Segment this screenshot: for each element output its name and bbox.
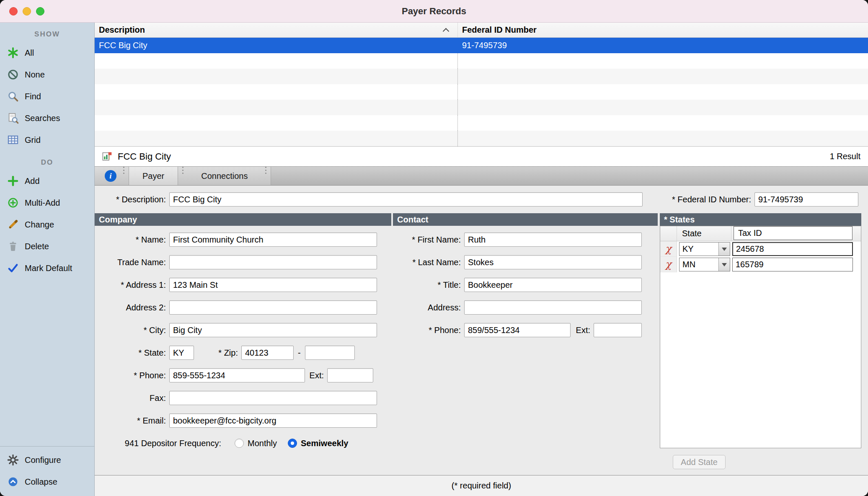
- close-window-button[interactable]: [9, 7, 18, 16]
- states-table-header: State Tax ID: [660, 226, 861, 241]
- sidebar-item-multi-add[interactable]: Multi-Add: [0, 192, 94, 214]
- company-ext-input[interactable]: [327, 368, 373, 382]
- sidebar-item-change[interactable]: Change: [0, 214, 94, 235]
- table-row-selected[interactable]: FCC Big City 91-7495739: [95, 38, 868, 53]
- info-icon[interactable]: i: [105, 170, 116, 182]
- gear-icon: [7, 454, 19, 466]
- sidebar: SHOW All None Find: [0, 23, 95, 496]
- tab-connections[interactable]: Connections: [188, 167, 261, 185]
- description-input[interactable]: [169, 192, 643, 207]
- company-phone-input[interactable]: [169, 368, 305, 382]
- sidebar-item-none[interactable]: None: [0, 64, 94, 85]
- table-row-empty[interactable]: [95, 100, 868, 115]
- sidebar-footer: Configure Collapse: [0, 446, 94, 496]
- sidebar-item-find[interactable]: Find: [0, 85, 94, 107]
- sidebar-item-label: Delete: [25, 242, 49, 251]
- column-header-description[interactable]: Description: [95, 23, 457, 37]
- email-input[interactable]: [169, 413, 377, 428]
- sidebar-item-collapse[interactable]: Collapse: [0, 471, 94, 493]
- table-row-empty[interactable]: [95, 53, 868, 69]
- result-count: 1 Result: [830, 152, 860, 161]
- record-tab-bar: i Payer Connections: [95, 166, 868, 186]
- first-name-label: * First Name:: [393, 235, 461, 245]
- state-row: χ KY: [660, 241, 861, 257]
- state-select[interactable]: MN: [679, 258, 730, 271]
- sidebar-item-all[interactable]: All: [0, 42, 94, 64]
- company-section-header: Company: [95, 213, 391, 226]
- contact-section-header: Contact: [393, 213, 658, 226]
- tab-label: Payer: [142, 171, 164, 181]
- zoom-window-button[interactable]: [36, 7, 44, 16]
- state-input[interactable]: [169, 346, 194, 360]
- zip-plus4-input[interactable]: [305, 346, 355, 360]
- zip-label: * Zip:: [194, 348, 238, 358]
- states-taxid-column-header: Tax ID: [734, 226, 852, 240]
- sidebar-item-label: Grid: [25, 135, 41, 145]
- federal-id-input[interactable]: [754, 192, 858, 207]
- state-select[interactable]: KY: [679, 242, 730, 256]
- window-controls: [9, 0, 44, 22]
- table-row-empty[interactable]: [95, 115, 868, 131]
- delete-state-button[interactable]: χ: [660, 241, 677, 257]
- add-state-button[interactable]: Add State: [673, 455, 726, 469]
- monthly-radio[interactable]: [235, 439, 244, 448]
- zip-dash: -: [298, 348, 301, 358]
- tab-group: i Payer Connections: [95, 167, 271, 185]
- company-name-input[interactable]: [169, 232, 377, 247]
- minimize-window-button[interactable]: [23, 7, 31, 16]
- zip-input[interactable]: [241, 346, 294, 360]
- sidebar-item-delete[interactable]: Delete: [0, 235, 94, 257]
- chevron-down-icon[interactable]: [718, 243, 730, 256]
- tax-id-input[interactable]: [732, 258, 853, 271]
- circle-plus-icon: [7, 196, 19, 209]
- sidebar-item-add[interactable]: Add: [0, 170, 94, 192]
- states-gutter-column: [852, 226, 861, 241]
- table-row-empty[interactable]: [95, 84, 868, 100]
- last-name-input[interactable]: [464, 255, 642, 269]
- city-input[interactable]: [169, 323, 377, 337]
- states-state-column-header: State: [677, 226, 731, 241]
- address2-input[interactable]: [169, 300, 377, 315]
- depositor-frequency-label: 941 Depositor Frequency:: [95, 439, 221, 448]
- drag-handle-icon: [123, 167, 124, 185]
- cell-federal-id: 91-7495739: [457, 38, 868, 53]
- trade-name-input[interactable]: [169, 255, 377, 269]
- column-header-label: Federal ID Number: [462, 25, 537, 35]
- table-row-empty[interactable]: [95, 131, 868, 146]
- contact-ext-input[interactable]: [594, 323, 642, 337]
- sidebar-item-grid[interactable]: Grid: [0, 129, 94, 151]
- chevron-down-icon[interactable]: [718, 258, 730, 271]
- address1-input[interactable]: [169, 278, 377, 292]
- semiweekly-radio[interactable]: [288, 439, 297, 448]
- sort-ascending-icon: [443, 28, 450, 35]
- sidebar-item-label: Mark Default: [25, 264, 72, 273]
- fax-label: Fax:: [95, 393, 166, 403]
- tab-payer[interactable]: Payer: [129, 167, 178, 185]
- payer-form: * Description: * Federal ID Number: Comp…: [95, 186, 868, 496]
- contact-address-input[interactable]: [464, 300, 642, 315]
- sidebar-item-label: Find: [25, 92, 41, 101]
- tax-id-input[interactable]: [732, 242, 853, 256]
- content-area: Description Federal ID Number FCC Big Ci…: [95, 23, 868, 496]
- required-field-note: (* required field): [452, 481, 511, 491]
- first-name-input[interactable]: [464, 232, 642, 247]
- states-section: State Tax ID χ: [660, 226, 861, 475]
- column-header-federal-id[interactable]: Federal ID Number: [457, 23, 868, 37]
- sidebar-item-searches[interactable]: Searches: [0, 107, 94, 129]
- federal-id-label: * Federal ID Number:: [672, 195, 751, 204]
- contact-phone-label: * Phone:: [393, 326, 461, 335]
- semiweekly-radio-label: Semiweekly: [301, 439, 348, 448]
- fax-input[interactable]: [169, 391, 377, 405]
- sidebar-item-configure[interactable]: Configure: [0, 449, 94, 471]
- contact-phone-input[interactable]: [464, 323, 571, 337]
- states-section-header: * States: [660, 213, 861, 226]
- info-segment: i: [102, 167, 119, 185]
- title-bar: Payer Records: [0, 0, 868, 23]
- sidebar-item-mark-default[interactable]: Mark Default: [0, 257, 94, 279]
- delete-state-button[interactable]: χ: [660, 257, 677, 272]
- contact-title-input[interactable]: [464, 278, 642, 292]
- sidebar-item-label: Collapse: [25, 477, 57, 487]
- table-row-empty[interactable]: [95, 69, 868, 84]
- window-title: Payer Records: [402, 6, 466, 17]
- description-row: * Description: * Federal ID Number:: [95, 186, 868, 213]
